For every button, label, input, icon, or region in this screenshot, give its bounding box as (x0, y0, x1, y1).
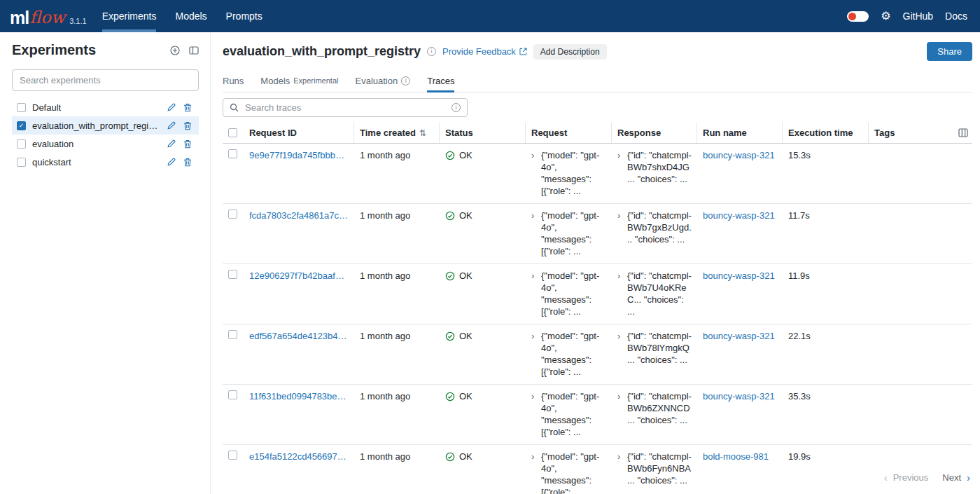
expand-request-icon[interactable]: › (531, 330, 539, 342)
col-response[interactable]: Response (612, 123, 697, 143)
row-checkbox[interactable] (228, 210, 237, 219)
search-info-icon[interactable]: i (451, 103, 461, 112)
edit-experiment-icon[interactable] (167, 103, 176, 111)
row-checkbox[interactable] (228, 330, 237, 339)
response-cell: › {"id": "chatcmpl-BWb7shxD4JG... "choic… (612, 149, 697, 185)
experiment-checkbox[interactable] (17, 103, 26, 112)
run-name-link[interactable]: bouncy-wasp-321 (703, 150, 775, 160)
experiment-item-evaluation[interactable]: evaluation (12, 135, 199, 153)
select-all-checkbox[interactable] (228, 128, 237, 137)
run-name-link[interactable]: bouncy-wasp-321 (703, 210, 775, 221)
run-name-link[interactable]: bouncy-wasp-321 (703, 391, 775, 402)
experiment-item-default[interactable]: Default (12, 98, 199, 116)
request-id-link[interactable]: 11f631bed0994783be051... (249, 390, 349, 402)
col-tags[interactable]: Tags (869, 123, 953, 143)
expand-response-icon[interactable]: › (617, 390, 625, 402)
nav-prompts[interactable]: Prompts (226, 0, 262, 32)
response-cell: › {"id": "chatcmpl-BWb6Fyn6NBA... "choic… (612, 451, 697, 486)
run-name-link[interactable]: bouncy-wasp-321 (703, 270, 775, 281)
expand-request-icon[interactable]: › (531, 390, 539, 402)
col-execution-time[interactable]: Execution time (783, 123, 869, 143)
execution-time-cell: 19.9s (783, 451, 869, 462)
expand-request-icon[interactable]: › (531, 210, 539, 221)
add-description-button[interactable]: Add Description (533, 44, 607, 60)
mlflow-logo[interactable]: mlflow 3.1.1 (10, 0, 87, 32)
new-experiment-icon[interactable] (170, 46, 180, 55)
search-traces-box[interactable]: i (223, 98, 468, 117)
edit-experiment-icon[interactable] (167, 121, 176, 130)
share-button[interactable]: Share (927, 42, 972, 61)
previous-page-button[interactable]: ‹ Previous (884, 472, 929, 483)
experiment-checkbox[interactable] (17, 158, 26, 167)
columns-config-icon[interactable] (958, 128, 968, 137)
expand-request-icon[interactable]: › (531, 451, 539, 462)
experiment-item-quickstart[interactable]: quickstart (12, 153, 199, 171)
col-status[interactable]: Status (440, 123, 526, 143)
run-name-link[interactable]: bouncy-wasp-321 (703, 331, 775, 341)
execution-time-cell: 15.3s (783, 149, 869, 161)
experiment-checkbox[interactable]: ✓ (17, 121, 26, 130)
expand-request-icon[interactable]: › (531, 149, 539, 161)
col-run-name[interactable]: Run name (697, 123, 783, 143)
execution-time-cell: 11.7s (783, 210, 869, 221)
tab-models[interactable]: Models Experimental (260, 71, 338, 92)
collapse-sidebar-icon[interactable] (189, 46, 199, 55)
info-icon: i (401, 76, 410, 85)
expand-response-icon[interactable]: › (617, 270, 625, 282)
request-id-link[interactable]: fcda7803c2fa4861a7c2b3... (249, 210, 349, 221)
delete-experiment-icon[interactable] (183, 158, 192, 167)
tab-traces[interactable]: Traces (427, 71, 454, 92)
expand-response-icon[interactable]: › (617, 330, 625, 342)
request-preview: {"model": "gpt-4o", "messages": [{"role"… (541, 390, 606, 438)
tab-runs[interactable]: Runs (223, 71, 244, 92)
row-checkbox[interactable] (228, 270, 237, 279)
row-checkbox[interactable] (228, 390, 237, 399)
delete-experiment-icon[interactable] (183, 139, 192, 149)
status-label: OK (459, 149, 472, 161)
experiment-info-icon[interactable]: i (427, 47, 436, 56)
delete-experiment-icon[interactable] (183, 103, 192, 112)
request-id-link[interactable]: 12e906297f7b42baaf5482... (249, 270, 349, 282)
search-experiments-input[interactable] (12, 69, 199, 91)
row-checkbox[interactable] (228, 451, 237, 460)
nav-experiments[interactable]: Experiments (102, 0, 157, 32)
expand-request-icon[interactable]: › (531, 270, 539, 282)
request-id-link[interactable]: edf567a654de4123b4584... (249, 330, 349, 342)
nav-docs-link[interactable]: Docs (945, 11, 967, 22)
provide-feedback-link[interactable]: Provide Feedback (442, 46, 527, 57)
previous-label: Previous (893, 472, 929, 483)
expand-response-icon[interactable]: › (617, 210, 625, 221)
row-checkbox[interactable] (228, 149, 237, 158)
col-request[interactable]: Request (526, 123, 612, 143)
status-cell: OK (440, 149, 526, 161)
status-label: OK (459, 330, 472, 342)
edit-experiment-icon[interactable] (167, 139, 176, 148)
request-preview: {"model": "gpt-4o", "messages": [{"role"… (541, 149, 606, 197)
status-label: OK (459, 451, 472, 462)
search-traces-input[interactable] (244, 102, 447, 114)
theme-toggle[interactable] (847, 11, 869, 22)
expand-response-icon[interactable]: › (617, 149, 625, 161)
tab-evaluation[interactable]: Evaluation i (355, 71, 410, 92)
request-id-link[interactable]: e154fa5122cd456697709... (249, 451, 349, 462)
edit-experiment-icon[interactable] (167, 158, 176, 166)
experiment-checkbox[interactable] (17, 139, 26, 149)
chevron-right-icon: › (967, 473, 970, 482)
experiment-item-evaluation-with-prompt-registry[interactable]: ✓ evaluation_with_prompt_registry (12, 116, 199, 135)
col-request-id[interactable]: Request ID (244, 123, 354, 143)
nav-models[interactable]: Models (175, 0, 206, 32)
status-cell: OK (440, 451, 526, 462)
expand-response-icon[interactable]: › (617, 451, 625, 462)
sort-descending-icon[interactable]: ⇅ (419, 128, 426, 138)
sidebar-title: Experiments (12, 42, 170, 58)
next-page-button[interactable]: Next › (942, 472, 970, 483)
nav-github-link[interactable]: GitHub (903, 11, 934, 22)
run-name-link[interactable]: bold-moose-981 (703, 451, 769, 462)
delete-experiment-icon[interactable] (183, 121, 192, 130)
col-time-created[interactable]: Time created ⇅ (354, 123, 440, 143)
response-cell: › {"id": "chatcmpl-BWb7U4oKReC... "choic… (612, 270, 697, 317)
settings-gear-icon[interactable]: ⚙ (881, 11, 890, 22)
request-id-link[interactable]: 9e9e77f19da745fbbb6fa9... (249, 149, 349, 161)
response-preview: {"id": "chatcmpl-BWb7U4oKReC... "choices… (627, 270, 692, 317)
traces-table: Request ID Time created ⇅ Status Request… (223, 123, 972, 494)
